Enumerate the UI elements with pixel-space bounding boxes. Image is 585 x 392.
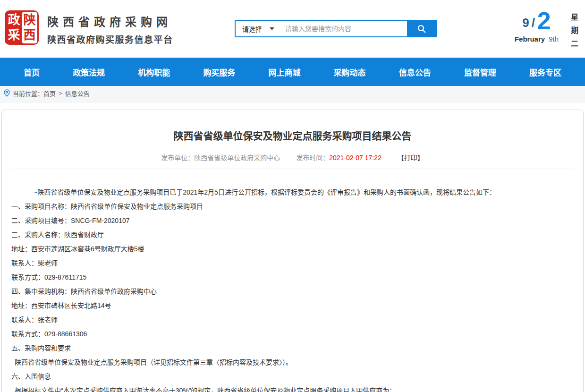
print-button[interactable]: 【打印】 xyxy=(398,153,424,162)
article-paragraph: 联系人：柴老师 xyxy=(11,256,574,270)
nav-item[interactable]: 购买服务 xyxy=(203,66,235,78)
article-paragraph: 三、采购人名称：陕西省财政厅 xyxy=(11,228,574,242)
nav-item[interactable]: 机构职能 xyxy=(138,66,170,78)
publisher-label: 发布单位： xyxy=(161,154,194,162)
date-text: February9th xyxy=(515,35,559,43)
breadcrumb-label: 当前位置： xyxy=(13,89,43,98)
publish-time-label: 发布时间： xyxy=(296,154,329,162)
logo-char: 政 xyxy=(8,13,20,27)
breadcrumb-separator: > xyxy=(59,90,62,97)
article-title: 陕西省省级单位保安及物业定点服务采购项目结果公告 xyxy=(11,128,574,142)
article-paragraph: 四、集中采购机构：陕西省省级单位政府采购中心 xyxy=(11,284,574,298)
publish-time: 发布时间：2021-02-07 17:22 xyxy=(296,153,382,162)
logo-char: 陕 xyxy=(23,13,35,27)
title-divider xyxy=(11,169,574,169)
publisher-value: 陕西省省级单位政府采购中心 xyxy=(194,154,280,162)
nav-item[interactable]: 政策法规 xyxy=(73,66,105,78)
article-paragraph: 一、采购项目名称：陕西省省级单位保安及物业定点服务采购项目 xyxy=(11,199,574,213)
site-title: 陕西省政府采购网 xyxy=(47,13,173,29)
search-input[interactable] xyxy=(280,21,407,36)
nav-item[interactable]: 服务专区 xyxy=(529,66,561,78)
site-header: 政 采 陕 西 陕西省政府采购网 陕西省政府购买服务信息平台 请选择 9 / xyxy=(0,0,585,58)
publish-time-value: 2021-02-07 17:22 xyxy=(329,154,382,162)
site-subtitle: 陕西省政府购买服务信息平台 xyxy=(47,33,173,45)
nav-item[interactable]: 首页 xyxy=(24,66,40,78)
date-widget: 9 / 2 February9th 星期二 xyxy=(515,10,579,53)
article-paragraph: 地址：西安市莲湖区冰窖巷6号财政厅大楼5楼 xyxy=(11,242,574,256)
date-day-big: 2 xyxy=(537,10,551,31)
nav-item[interactable]: 监督管理 xyxy=(464,66,496,78)
search-button[interactable] xyxy=(407,21,436,36)
search-bar: 请选择 xyxy=(235,20,437,37)
logo-char: 西 xyxy=(23,28,35,43)
date-day-small: 9 xyxy=(522,17,529,31)
search-category-select[interactable]: 请选择 xyxy=(236,21,280,36)
search-icon xyxy=(417,24,426,34)
date-main: 9 / 2 February9th xyxy=(515,10,559,53)
search-select-label: 请选择 xyxy=(242,24,262,34)
breadcrumb: 当前位置： 首页 > 信息公告 xyxy=(0,86,585,103)
date-month: February xyxy=(515,35,545,43)
article-paragraph: 联系方式：029-88661306 xyxy=(11,327,574,341)
date-ordinal: 9th xyxy=(549,35,559,43)
announcement-panel: 陕西省省级单位保安及物业定点服务采购项目结果公告 发布单位：陕西省省级单位政府采… xyxy=(1,110,584,392)
article-paragraph: 联系方式：029-87611715 xyxy=(11,270,574,284)
date-slash: / xyxy=(532,17,535,31)
article-paragraph: ~陕西省省级单位保安及物业定点服务采购项目已于2021年2月5日进行公开招标，根… xyxy=(11,185,574,199)
publisher: 发布单位：陕西省省级单位政府采购中心 xyxy=(161,153,280,162)
logo-left-seal: 政 采 xyxy=(6,12,22,43)
article-paragraph: 六、入围信息 xyxy=(11,369,574,383)
nav-item[interactable]: 网上商城 xyxy=(269,66,301,78)
article-paragraph: 五、采购内容和要求 xyxy=(11,341,574,355)
date-numbers: 9 / 2 xyxy=(515,10,559,31)
article-paragraph: 根据招标文件中“本次定点采购供应商入围淘汰率不高于30%”的规定，陕西省省级单位… xyxy=(11,383,574,392)
site-names: 陕西省政府采购网 陕西省政府购买服务信息平台 xyxy=(47,13,173,45)
logo-char: 采 xyxy=(8,28,20,43)
article-paragraph: 地址：西安市碑林区长安北路14号 xyxy=(11,298,574,313)
location-pin-icon xyxy=(4,89,10,97)
logo-right-seal: 陕 西 xyxy=(22,12,37,43)
weekday-vertical: 星期二 xyxy=(568,10,579,53)
nav-item[interactable]: 采购动态 xyxy=(334,66,366,78)
chevron-down-icon xyxy=(270,27,274,30)
breadcrumb-home-link[interactable]: 首页 xyxy=(43,89,56,98)
nav-item[interactable]: 信息公告 xyxy=(399,66,431,78)
article-paragraph: 二、采购项目编号：SNCG-FM-2020107 xyxy=(11,213,574,228)
site-logo[interactable]: 政 采 陕 西 xyxy=(5,10,39,45)
article-body: ~陕西省省级单位保安及物业定点服务采购项目已于2021年2月5日进行公开招标，根… xyxy=(11,185,574,392)
article-meta: 发布单位：陕西省省级单位政府采购中心 发布时间：2021-02-07 17:22… xyxy=(11,153,574,162)
article-paragraph: 陕西省省级单位保安及物业定点服务采购项目（详见招标文件第三章〈招标内容及技术要求… xyxy=(11,355,574,369)
main-nav: 首页 政策法规 机构职能 购买服务 网上商城 采购动态 信息公告 监督管理 服务… xyxy=(0,58,585,86)
breadcrumb-current-link[interactable]: 信息公告 xyxy=(65,89,90,98)
article-paragraph: 联系人：张老师 xyxy=(11,313,574,327)
